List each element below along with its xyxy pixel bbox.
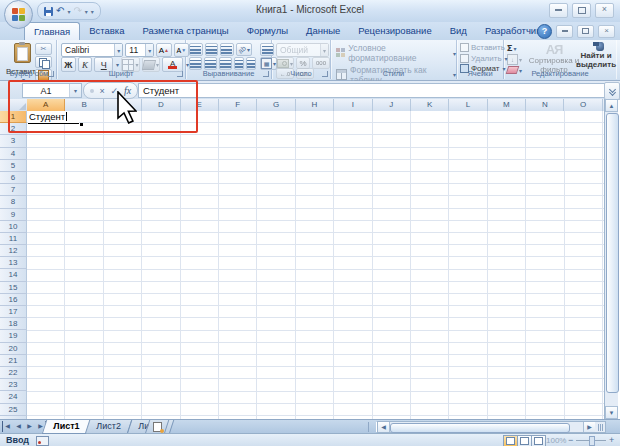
row-header-16[interactable]: 16 — [0, 294, 27, 306]
row-header-3[interactable]: 3 — [0, 135, 27, 147]
tab-formulas[interactable]: Формулы — [238, 22, 297, 40]
row-header-17[interactable]: 17 — [0, 306, 27, 318]
minimize-button[interactable] — [549, 3, 568, 18]
vertical-scrollbar-thumb[interactable] — [606, 113, 619, 393]
font-family-select[interactable]: Calibri▾ — [61, 43, 123, 57]
font-size-select[interactable]: 11▾ — [125, 43, 154, 57]
formula-input[interactable]: Студент — [138, 83, 608, 98]
align-bottom-button[interactable] — [220, 43, 234, 56]
row-header-4[interactable]: 4 — [0, 148, 27, 160]
prev-sheet-button[interactable]: ◀ — [14, 421, 23, 432]
column-header-M[interactable]: M — [488, 99, 526, 111]
row-header-23[interactable]: 23 — [0, 379, 27, 391]
column-header-F[interactable]: F — [219, 99, 257, 111]
sheet-tab-1[interactable]: Лист1 — [42, 420, 91, 434]
row-header-13[interactable]: 13 — [0, 257, 27, 269]
workbook-restore-button[interactable] — [577, 25, 594, 38]
restore-button[interactable] — [572, 3, 591, 18]
cut-button[interactable]: ✂ — [35, 43, 52, 55]
copy-button[interactable] — [35, 56, 52, 68]
normal-view-button[interactable] — [503, 435, 518, 446]
row-header-21[interactable]: 21 — [0, 355, 27, 367]
tab-insert[interactable]: Вставка — [80, 22, 133, 40]
column-header-J[interactable]: J — [373, 99, 411, 111]
column-header-O[interactable]: O — [564, 99, 602, 111]
row-header-20[interactable]: 20 — [0, 343, 27, 355]
redo-icon[interactable]: ↷ — [73, 4, 81, 18]
column-header-N[interactable]: N — [526, 99, 564, 111]
zoom-slider-thumb[interactable] — [589, 436, 595, 446]
first-sheet-button[interactable]: ◀ — [2, 421, 12, 432]
row-header-22[interactable]: 22 — [0, 367, 27, 379]
column-header-H[interactable]: H — [296, 99, 334, 111]
tab-page-layout[interactable]: Разметка страницы — [133, 22, 237, 40]
view-shortcuts — [504, 435, 546, 446]
alignment-dialog-launcher-icon[interactable] — [263, 71, 269, 77]
row-header-8[interactable]: 8 — [0, 196, 27, 208]
horizontal-scrollbar-thumb[interactable] — [390, 423, 570, 433]
page-break-view-button[interactable] — [531, 435, 546, 446]
tab-split-handle[interactable] — [368, 422, 377, 432]
row-header-10[interactable]: 10 — [0, 221, 27, 233]
zoom-in-button[interactable]: + — [609, 435, 614, 445]
undo-icon[interactable]: ↶ — [56, 4, 64, 18]
font-dialog-launcher-icon[interactable] — [177, 71, 183, 77]
horizontal-scrollbar[interactable]: ◀ ▶ — [377, 421, 606, 433]
column-header-I[interactable]: I — [334, 99, 372, 111]
find-select-button[interactable]: Найти и выделить — [576, 42, 616, 69]
workbook-minimize-button[interactable] — [556, 25, 573, 38]
grow-font-button[interactable]: А▲ — [156, 43, 171, 57]
tab-data[interactable]: Данные — [297, 22, 349, 40]
sheet-tab-2[interactable]: Лист2 — [85, 420, 132, 434]
fill-button[interactable]: ↓▾ — [507, 54, 522, 65]
row-header-24[interactable]: 24 — [0, 391, 27, 403]
column-header-K[interactable]: K — [411, 99, 449, 111]
orientation-button[interactable]: ab▾ — [236, 43, 253, 56]
column-header-L[interactable]: L — [449, 99, 487, 111]
align-middle-button[interactable] — [205, 43, 219, 56]
underline-dropdown-icon[interactable]: ▾ — [116, 61, 119, 68]
number-format-select[interactable]: Общий▾ — [276, 43, 329, 57]
row-header-12[interactable]: 12 — [0, 245, 27, 257]
clipboard-dialog-launcher-icon[interactable] — [48, 71, 54, 77]
undo-dropdown-icon[interactable]: ▾ — [67, 8, 70, 15]
scroll-down-button[interactable]: ▼ — [605, 406, 618, 419]
help-icon[interactable]: ? — [537, 24, 552, 39]
office-button[interactable] — [4, 0, 33, 29]
conditional-formatting-button[interactable]: Условное форматирование▾ — [336, 43, 456, 63]
row-header-15[interactable]: 15 — [0, 282, 27, 294]
page-layout-view-button[interactable] — [517, 435, 532, 446]
autosum-button[interactable]: Σ▾ — [507, 43, 522, 53]
grid-cells[interactable] — [27, 111, 605, 419]
redo-dropdown-icon[interactable]: ▾ — [85, 8, 88, 15]
row-header-25[interactable]: 25 — [0, 404, 27, 416]
tab-view[interactable]: Вид — [441, 22, 476, 40]
row-header-11[interactable]: 11 — [0, 233, 27, 245]
scroll-up-button[interactable]: ▲ — [605, 99, 618, 112]
row-header-18[interactable]: 18 — [0, 318, 27, 330]
save-icon[interactable] — [44, 7, 53, 16]
close-button[interactable]: × — [595, 3, 614, 18]
scroll-left-button[interactable]: ◀ — [378, 422, 390, 432]
tab-review[interactable]: Рецензирование — [349, 22, 440, 40]
customize-qat-icon[interactable]: ▾ — [91, 8, 94, 15]
workbook-close-button[interactable]: × — [598, 25, 615, 38]
number-dialog-launcher-icon[interactable] — [322, 71, 328, 77]
column-header-G[interactable]: G — [257, 99, 295, 111]
vertical-scrollbar[interactable]: ▲ ▼ — [604, 99, 618, 419]
row-header-5[interactable]: 5 — [0, 160, 27, 172]
next-sheet-button[interactable]: ▶ — [25, 421, 34, 432]
group-font: Calibri▾ 11▾ А▲ А▼ Ж К Ч▾ ▾ ▾ А ▾ Шрифт — [57, 40, 186, 79]
row-header-7[interactable]: 7 — [0, 184, 27, 196]
align-top-button[interactable] — [189, 43, 203, 56]
expand-formula-bar-button[interactable] — [604, 82, 620, 100]
scroll-right-button[interactable]: ▶ — [583, 422, 595, 432]
row-header-9[interactable]: 9 — [0, 209, 27, 221]
macro-record-icon[interactable] — [36, 436, 49, 446]
row-header-14[interactable]: 14 — [0, 269, 27, 281]
scrollbar-resize-grip[interactable] — [595, 422, 605, 432]
zoom-out-button[interactable]: − — [568, 435, 573, 445]
row-header-19[interactable]: 19 — [0, 330, 27, 342]
row-header-6[interactable]: 6 — [0, 172, 27, 184]
tab-home[interactable]: Главная — [24, 22, 80, 40]
